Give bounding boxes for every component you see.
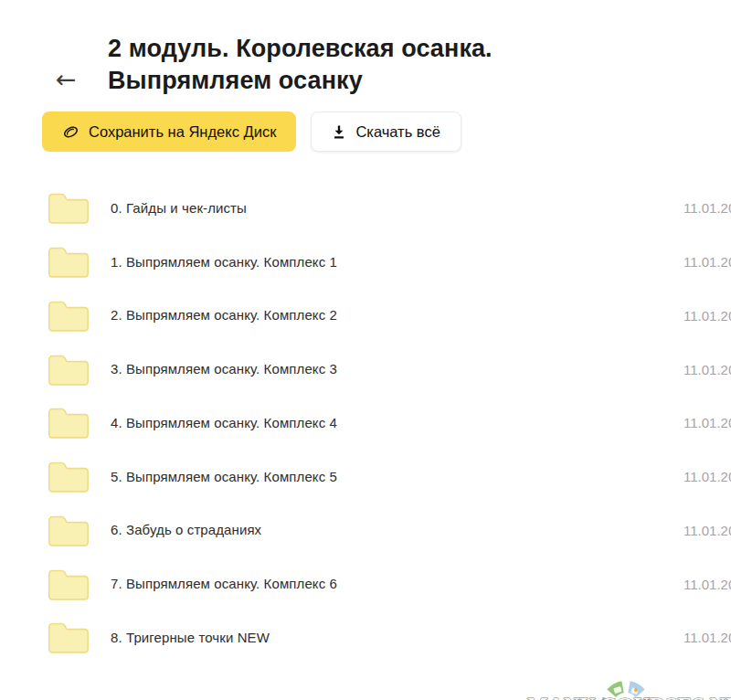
folder-icon	[47, 189, 90, 226]
folder-name: 2. Выпрямляем осанку. Комплекс 2	[111, 307, 337, 323]
watermark-text: MANY-COURSES.NET	[527, 693, 731, 700]
page-title-line-1: 2 модуль. Королевская осанка.	[108, 35, 493, 62]
folder-date: 11.01.20	[683, 576, 731, 591]
yandex-disk-icon	[62, 123, 79, 141]
folder-row[interactable]: 5. Выпрямляем осанку. Комплекс 5 11.01.2…	[0, 450, 731, 504]
folder-icon	[47, 297, 90, 334]
folder-date: 11.01.20	[683, 307, 731, 323]
page-title: 2 модуль. Королевская осанка. Выпрямляем…	[108, 33, 676, 97]
download-icon	[332, 124, 346, 140]
toolbar: Сохранить на Яндекс Диск Скачать всё	[42, 111, 731, 152]
folder-date: 11.01.20	[683, 522, 731, 537]
folder-name: 5. Выпрямляем осанку. Комплекс 5	[111, 469, 337, 484]
folder-name: 0. Гайды и чек-листы	[111, 200, 247, 216]
save-to-yandex-disk-button[interactable]: Сохранить на Яндекс Диск	[42, 111, 296, 152]
folder-icon	[47, 566, 90, 602]
folder-icon	[47, 619, 90, 655]
folder-name: 4. Выпрямляем осанку. Комплекс 4	[111, 415, 337, 430]
yandex-disk-public-folder-page: ← 2 модуль. Королевская осанка. Выпрямля…	[0, 33, 731, 700]
download-all-button[interactable]: Скачать всё	[311, 111, 461, 152]
folder-name: 7. Выпрямляем осанку. Комплекс 6	[111, 576, 337, 591]
folder-row[interactable]: 1. Выпрямляем осанку. Комплекс 1 11.01.2…	[0, 235, 731, 289]
folder-row[interactable]: 7. Выпрямляем осанку. Комплекс 6 11.01.2…	[0, 557, 731, 610]
file-list: 0. Гайды и чек-листы 11.01.20 1. Выпрямл…	[0, 181, 731, 664]
folder-row[interactable]: 8. Тригерные точки NEW 11.01.20	[0, 610, 731, 664]
folder-name: 8. Тригерные точки NEW	[111, 630, 270, 645]
back-button[interactable]: ←	[49, 64, 82, 95]
folder-icon	[47, 351, 90, 387]
folder-date: 11.01.20	[683, 415, 731, 430]
arrow-left-icon: ←	[56, 65, 77, 93]
folder-row[interactable]: 4. Выпрямляем осанку. Комплекс 4 11.01.2…	[0, 396, 731, 450]
page-title-line-2: Выпрямляем осанку	[108, 67, 363, 94]
download-button-label: Скачать всё	[355, 123, 440, 141]
globe-collage-logo-icon	[597, 676, 655, 700]
folder-date: 11.01.20	[683, 630, 731, 645]
folder-row[interactable]: 6. Забудь о страданиях 11.01.20	[0, 504, 731, 557]
folder-date: 11.01.20	[683, 469, 731, 484]
folder-date: 11.01.20	[683, 361, 731, 377]
folder-name: 6. Забудь о страданиях	[111, 522, 261, 537]
folder-icon	[47, 243, 90, 280]
folder-icon	[47, 404, 90, 440]
folder-name: 1. Выпрямляем осанку. Комплекс 1	[111, 254, 337, 270]
folder-icon	[47, 458, 90, 494]
folder-row[interactable]: 0. Гайды и чек-листы 11.01.20	[0, 181, 731, 235]
save-button-label: Сохранить на Яндекс Диск	[89, 123, 276, 141]
folder-row[interactable]: 2. Выпрямляем осанку. Комплекс 2 11.01.2…	[0, 289, 731, 343]
folder-date: 11.01.20	[683, 200, 731, 216]
folder-row[interactable]: 3. Выпрямляем осанку. Комплекс 3 11.01.2…	[0, 342, 731, 396]
folder-icon	[47, 512, 90, 548]
folder-name: 3. Выпрямляем осанку. Комплекс 3	[111, 361, 337, 377]
folder-date: 11.01.20	[683, 254, 731, 270]
